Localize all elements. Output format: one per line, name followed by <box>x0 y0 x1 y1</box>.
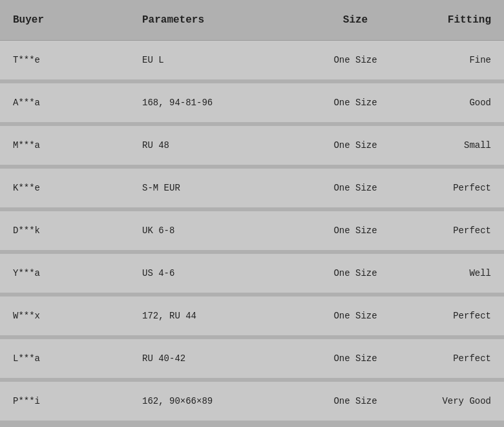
cell-buyer: D***k <box>0 211 129 250</box>
header-parameters: Parameters <box>129 8 291 32</box>
cell-parameters: S-M EUR <box>129 169 291 207</box>
table-row: T***e EU L One Size Fine <box>0 41 504 83</box>
cell-buyer: K***e <box>0 169 129 207</box>
cell-fitting: Perfect <box>420 339 504 378</box>
cell-buyer: T***e <box>0 41 129 79</box>
cell-buyer: L***a <box>0 339 129 378</box>
cell-parameters: 172, RU 44 <box>129 297 291 335</box>
cell-parameters: 168, 94-81-96 <box>129 83 291 122</box>
cell-parameters: 162, 90×66×89 <box>129 382 291 421</box>
reviews-table: Buyer Parameters Size Fitting T***e EU L… <box>0 0 504 421</box>
table-row: Y***a US 4-6 One Size Well <box>0 254 504 297</box>
table-row: K***e S-M EUR One Size Perfect <box>0 169 504 211</box>
cell-parameters: EU L <box>129 41 291 79</box>
cell-fitting: Perfect <box>420 169 504 207</box>
cell-fitting: Good <box>420 83 504 122</box>
cell-parameters: UK 6-8 <box>129 211 291 250</box>
cell-parameters: US 4-6 <box>129 254 291 293</box>
cell-fitting: Small <box>420 126 504 165</box>
table-row: L***a RU 40-42 One Size Perfect <box>0 339 504 382</box>
header-fitting: Fitting <box>420 8 504 32</box>
cell-size: One Size <box>291 382 420 421</box>
header-size: Size <box>291 8 420 32</box>
cell-fitting: Perfect <box>420 297 504 335</box>
cell-size: One Size <box>291 254 420 293</box>
cell-size: One Size <box>291 339 420 378</box>
cell-parameters: RU 40-42 <box>129 339 291 378</box>
cell-size: One Size <box>291 169 420 207</box>
cell-size: One Size <box>291 83 420 122</box>
cell-buyer: P***i <box>0 382 129 421</box>
cell-buyer: W***x <box>0 297 129 335</box>
cell-size: One Size <box>291 211 420 250</box>
cell-fitting: Perfect <box>420 211 504 250</box>
table-body: T***e EU L One Size Fine A***a 168, 94-8… <box>0 41 504 421</box>
table-row: D***k UK 6-8 One Size Perfect <box>0 211 504 254</box>
cell-size: One Size <box>291 126 420 165</box>
cell-size: One Size <box>291 297 420 335</box>
cell-buyer: M***a <box>0 126 129 165</box>
cell-buyer: A***a <box>0 83 129 122</box>
table-row: M***a RU 48 One Size Small <box>0 126 504 169</box>
table-row: A***a 168, 94-81-96 One Size Good <box>0 83 504 126</box>
header-buyer: Buyer <box>0 8 129 32</box>
cell-fitting: Well <box>420 254 504 293</box>
table-row: P***i 162, 90×66×89 One Size Very Good <box>0 382 504 421</box>
table-row: W***x 172, RU 44 One Size Perfect <box>0 297 504 339</box>
cell-buyer: Y***a <box>0 254 129 293</box>
cell-fitting: Very Good <box>420 382 504 421</box>
table-header: Buyer Parameters Size Fitting <box>0 0 504 41</box>
cell-fitting: Fine <box>420 41 504 79</box>
cell-parameters: RU 48 <box>129 126 291 165</box>
cell-size: One Size <box>291 41 420 79</box>
